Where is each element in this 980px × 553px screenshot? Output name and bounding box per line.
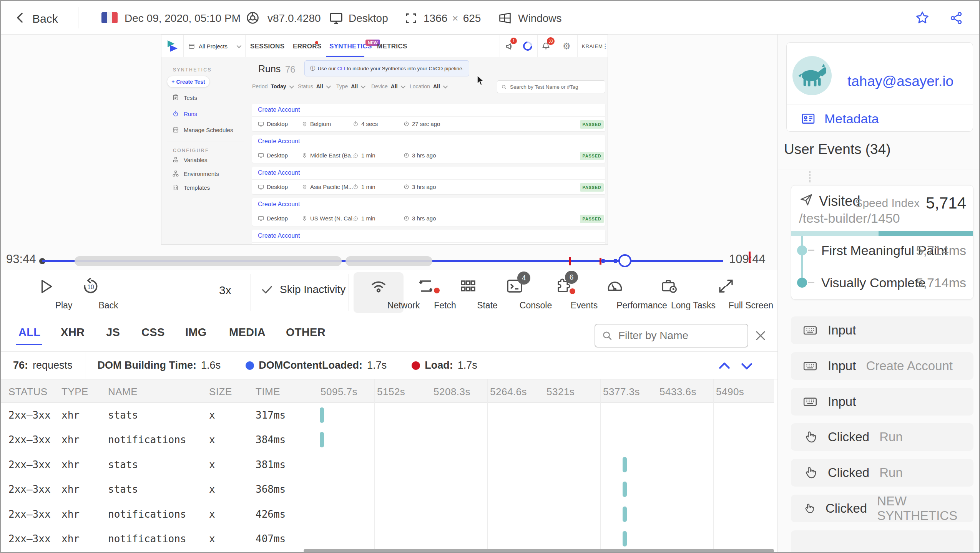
tab-sessions[interactable]: SESSIONS — [250, 43, 284, 50]
run-name-link[interactable]: Create Account — [258, 232, 300, 239]
tab-metrics[interactable]: METRICS — [377, 43, 407, 50]
playback-timeline[interactable]: 93:44 109:44 — [1, 248, 777, 270]
more-options-icon[interactable]: ⋮ — [602, 42, 608, 50]
event-item-click[interactable]: ClickedNEW SYNTHETICS — [791, 495, 973, 522]
filter-location[interactable]: Location All — [410, 83, 447, 89]
resolution-height: 625 — [463, 12, 481, 25]
section-divider — [778, 169, 980, 169]
settings-gear-icon[interactable]: ⚙ — [563, 41, 571, 51]
close-panel-icon[interactable] — [753, 328, 768, 343]
clipboard-icon — [172, 94, 179, 101]
fetch-panel-button[interactable]: Fetch — [407, 272, 445, 313]
playhead-handle[interactable] — [618, 254, 631, 267]
create-test-button[interactable]: + Create Test — [167, 76, 210, 88]
topbar-divider — [78, 7, 78, 28]
tab-xhr[interactable]: XHR — [61, 326, 85, 339]
run-row[interactable]: Create Account Desktop US West (N. Cal..… — [252, 198, 605, 226]
horizontal-scrollbar[interactable] — [304, 549, 774, 553]
sidebar-item-tests[interactable]: Tests — [172, 94, 197, 101]
run-device: Desktop — [267, 215, 288, 222]
sidebar-item-variables[interactable]: Variables — [172, 156, 207, 163]
share-icon[interactable] — [949, 11, 963, 25]
skip-inactivity-toggle[interactable]: Skip Inactivity — [261, 283, 345, 296]
filter-status[interactable]: Status All — [298, 83, 330, 89]
favorite-star-icon[interactable] — [915, 10, 930, 25]
performance-panel-button[interactable]: Performance — [588, 272, 642, 313]
clock-icon — [404, 215, 409, 221]
state-panel-button[interactable]: State — [449, 272, 487, 313]
back-10s-button[interactable]: 10 Back — [73, 272, 108, 313]
filter-type[interactable]: Type All — [336, 83, 364, 89]
tab-media[interactable]: MEDIA — [229, 326, 266, 339]
sidebar-item-templates[interactable]: Templates — [172, 184, 210, 191]
filter-period[interactable]: Period Today — [252, 83, 293, 89]
event-item-input[interactable]: InputCreate Account — [791, 352, 973, 380]
app-logo-icon — [166, 39, 180, 53]
test-search-input[interactable] — [510, 84, 598, 90]
cli-link[interactable]: CLI — [337, 66, 345, 71]
sidebar-item-manage-schedules[interactable]: Manage Schedules — [172, 126, 233, 133]
run-name-link[interactable]: Create Account — [258, 138, 300, 145]
speed-index: Speed Index 5,714 — [855, 194, 966, 212]
play-button[interactable]: Play — [28, 272, 64, 313]
filter-value: Today — [271, 83, 286, 89]
console-count-badge: 4 — [517, 272, 530, 285]
run-row[interactable]: Create Account — [252, 230, 605, 245]
run-row[interactable]: Create Account Desktop Middle East (Ba..… — [252, 135, 605, 163]
run-name-link[interactable]: Create Account — [258, 169, 300, 176]
event-item-click[interactable]: ClickedRun — [791, 459, 973, 487]
test-search-box[interactable] — [497, 80, 605, 93]
tab-all[interactable]: ALL — [18, 326, 40, 339]
event-item-partial[interactable] — [791, 530, 973, 553]
console-panel-button[interactable]: 4 Console — [493, 272, 536, 313]
error-marker-end — [749, 252, 751, 263]
events-error-dot — [570, 288, 575, 294]
id-card-icon — [801, 111, 816, 126]
network-request-row[interactable]: 2xx–3xxxhrnotificationsx407ms — [1, 527, 774, 551]
event-item-click[interactable]: ClickedRun — [791, 423, 973, 451]
network-request-row[interactable]: 2xx–3xxxhrstatsx317ms — [1, 403, 774, 427]
tab-css[interactable]: CSS — [141, 326, 165, 339]
event-item-input[interactable]: Input — [791, 316, 973, 344]
event-item-input[interactable]: Input — [791, 388, 973, 416]
card-divider — [787, 104, 973, 104]
monitor-icon — [258, 121, 264, 127]
user-email-link[interactable]: tahay@asayer.io — [847, 73, 953, 89]
back-button[interactable]: Back — [32, 12, 58, 25]
prev-event-button[interactable] — [716, 358, 733, 374]
network-panel-button[interactable]: Network — [354, 272, 404, 313]
metadata-button[interactable]: Metadata — [801, 111, 879, 126]
full-screen-button[interactable]: Full Screen — [701, 272, 751, 313]
sidebar-item-runs[interactable]: Runs — [172, 110, 197, 117]
visited-event-card[interactable]: Visited Speed Index 5,714 /test-builder/… — [791, 185, 973, 300]
run-name-link[interactable]: Create Account — [258, 106, 300, 113]
network-request-row[interactable]: 2xx–3xxxhrnotificationsx384ms — [1, 427, 774, 452]
network-filter-box[interactable] — [595, 324, 748, 348]
run-row[interactable]: Create Account Desktop Asia Pacific (M..… — [252, 167, 605, 194]
run-row[interactable]: Create Account Desktop Belgium 4 secs 27… — [252, 104, 605, 131]
long-tasks-panel-button[interactable]: Long Tasks — [646, 272, 693, 313]
project-selector[interactable]: All Projects — [188, 35, 240, 57]
filter-device[interactable]: Device All — [371, 83, 404, 89]
network-request-row[interactable]: 2xx–3xxxhrstatsx381ms — [1, 452, 774, 477]
network-request-row[interactable]: 2xx–3xxxhrnotificationsx426ms — [1, 502, 774, 527]
speed-index-value: 5,714 — [926, 194, 966, 212]
network-filter-input[interactable] — [618, 329, 741, 342]
waterfall-bar — [320, 407, 324, 423]
tab-img[interactable]: IMG — [185, 326, 207, 339]
network-request-row[interactable]: 2xx–3xxxhrstatsx368ms — [1, 477, 774, 502]
dom-content-loaded: DOMContentLoaded: 1.7s — [233, 359, 399, 371]
tab-js[interactable]: JS — [106, 326, 120, 339]
monitor-icon — [329, 11, 343, 25]
keyboard-icon — [802, 358, 818, 374]
tab-other[interactable]: OTHER — [286, 326, 326, 339]
sidebar-item-environments[interactable]: Environments — [172, 170, 219, 177]
user-menu[interactable]: KRAIEM — [582, 43, 603, 49]
chrome-browser-icon — [246, 11, 260, 25]
run-name-link[interactable]: Create Account — [258, 201, 300, 208]
next-event-button[interactable] — [739, 358, 755, 374]
events-panel-button[interactable]: 6 Events — [542, 272, 584, 313]
back-chevron-icon[interactable] — [14, 11, 27, 24]
playback-speed-button[interactable]: 3x — [219, 284, 231, 297]
loading-spinner-icon — [521, 40, 534, 53]
